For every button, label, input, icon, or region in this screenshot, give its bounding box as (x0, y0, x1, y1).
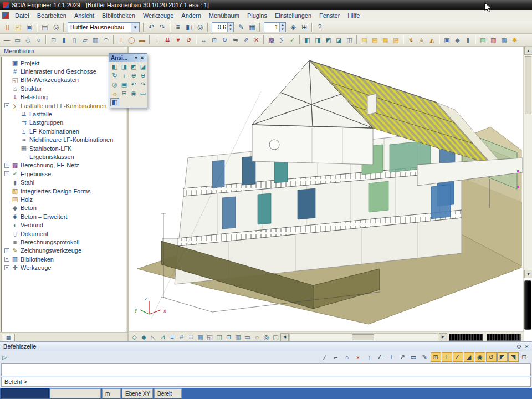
view-top-icon[interactable]: ◪ (139, 63, 147, 71)
print-preview-icon[interactable]: ◎ (50, 22, 62, 33)
labels-icon[interactable]: ≡ (167, 332, 177, 341)
sidebar-item-dokument[interactable]: ▯Dokument (3, 229, 126, 238)
view-front-icon[interactable]: ◨ (120, 63, 129, 71)
tree-expander-icon[interactable]: + (4, 265, 9, 270)
menu-tree-tab[interactable]: ▦ (2, 334, 15, 341)
open-project-icon[interactable]: ◰ (13, 22, 24, 33)
rotate-view-icon[interactable]: ↻ (110, 71, 119, 80)
mesh-icon[interactable]: ▩ (266, 35, 277, 45)
tree-expander-icon[interactable]: + (4, 163, 9, 168)
surface-load-icon[interactable]: ▼ (173, 35, 183, 45)
zoom-out-icon[interactable]: ⊖ (139, 71, 147, 80)
sidebar-item-holz[interactable]: ▤Holz (3, 195, 126, 203)
menu-einstellungen[interactable]: Einstellungen (271, 11, 315, 21)
palette-close-icon[interactable] (139, 55, 145, 61)
target-icon[interactable]: ◎ (262, 332, 271, 341)
clipboard-icon[interactable]: ⊞ (299, 22, 310, 33)
table-icon[interactable]: ▦ (380, 35, 391, 45)
rigid-arm-icon[interactable]: ▬ (137, 35, 147, 45)
sidebar-item-werkzeuge[interactable]: +✚Werkzeuge (3, 263, 126, 272)
clip-icon[interactable]: ⊟ (224, 332, 233, 341)
sidebar-item-nichtlineare-lf-kombinationen[interactable]: ≈Nichtlineare LF-Kombinationen (3, 136, 126, 144)
calculation-icon[interactable]: ∑ (277, 35, 287, 45)
lights-icon[interactable]: ☼ (252, 332, 262, 341)
scroll-left-icon[interactable] (280, 333, 289, 341)
view-x-icon[interactable]: ◧ (302, 35, 313, 45)
tree-expander-icon[interactable]: + (4, 257, 9, 262)
rotate-snap-icon[interactable]: ↺ (486, 352, 497, 362)
sidebar-item-berechnungsprotokoll[interactable]: ≡Berechnungsprotokoll (3, 238, 126, 246)
shaded-mode-icon[interactable]: ◆ (139, 332, 149, 341)
profile-icon[interactable]: ▮ (463, 35, 473, 45)
project-select[interactable]: Buttler Hausneubau (68, 22, 140, 32)
wall-icon[interactable]: ▥ (90, 35, 101, 45)
palette-title-bar[interactable]: Ansi... (109, 54, 147, 62)
snap-box-icon[interactable]: ▭ (408, 352, 419, 362)
material-icon[interactable]: ◆ (452, 35, 463, 45)
circle-icon[interactable]: ○ (33, 35, 44, 45)
undo-icon[interactable]: ↶ (146, 22, 157, 33)
report-icon[interactable]: ▤ (478, 35, 488, 45)
scale-value[interactable]: 0.6 (212, 23, 227, 32)
view-depth-bar[interactable] (524, 280, 531, 330)
shell-icon[interactable]: ◠ (101, 35, 111, 45)
plate-icon[interactable]: ▱ (80, 35, 90, 45)
view-axo-icon[interactable]: ◧ (110, 63, 119, 71)
sidebar-item-lastfaelle[interactable]: ⇊Lastfälle (3, 110, 126, 118)
snap-circle-icon[interactable]: ○ (342, 352, 352, 362)
view-side-icon[interactable]: ◩ (129, 63, 138, 71)
error-list-icon[interactable]: ▥ (488, 35, 499, 45)
menu-werkzeuge[interactable]: Werkzeuge (139, 11, 177, 21)
snap-nearest-icon[interactable]: ↗ (397, 352, 408, 362)
copy-icon[interactable]: ⊞ (209, 35, 219, 45)
member-icon[interactable]: ▮ (59, 35, 69, 45)
count-value[interactable]: 1 (264, 23, 279, 32)
sidebar-item-bim-werkzeugkasten[interactable]: ◱BIM-Werkzeugkasten (3, 76, 126, 84)
sidebar-item-lastfaelle-und-lf-kombinationen[interactable]: −∑Lastfälle und LF-Kombinationen (3, 101, 126, 110)
document-window-icon[interactable] (2, 12, 9, 19)
zoom-all-icon[interactable]: ▣ (120, 80, 129, 89)
render-mode-icon[interactable]: ◫ (344, 35, 355, 45)
menu-bibliotheken[interactable]: Bibliotheken (98, 11, 139, 21)
cross-section-icon[interactable]: ◭ (427, 35, 437, 45)
perp-snap-icon[interactable]: ⊥ (442, 352, 452, 362)
animation-ruler-1[interactable] (449, 334, 483, 341)
node-icon[interactable]: ⊡ (48, 35, 59, 45)
combo-dropdown-icon[interactable] (131, 23, 139, 32)
snap-settings-icon[interactable]: ⊡ (519, 352, 530, 362)
menu-datei[interactable]: Datei (11, 11, 33, 21)
zoom-in-icon[interactable]: ⊕ (129, 71, 138, 80)
sidebar-item-stahl[interactable]: ▮Stahl (3, 178, 126, 186)
scale-spinner[interactable]: 0.6 (212, 22, 234, 32)
support-icon[interactable]: ⊥ (116, 35, 126, 45)
extend-snap-icon[interactable]: ◤ (497, 352, 508, 362)
sidebar-item-berechnung-fe-netz[interactable]: +▩Berechnung, FE-Netz (3, 161, 126, 170)
line-icon[interactable]: — (2, 35, 12, 45)
frame-icon[interactable]: ▭ (243, 332, 252, 341)
line-load-icon[interactable]: ⇊ (162, 35, 173, 45)
count-spinner[interactable]: 1 (264, 22, 286, 32)
scale-spinner-buttons[interactable] (227, 23, 233, 32)
grid-snap-icon[interactable]: ⊞ (431, 352, 441, 362)
tree-expander-icon[interactable]: + (4, 171, 9, 176)
sidebar-item-zeichnungswerkzeuge[interactable]: +✎Zeichnungswerkzeuge (3, 247, 126, 255)
view-axo-icon[interactable]: ◪ (334, 35, 344, 45)
tree-expander-icon[interactable]: + (4, 248, 9, 253)
sidebar-item-struktur[interactable]: ⌂Struktur (3, 84, 126, 93)
pin-icon[interactable] (517, 345, 521, 349)
sidebar-item-ergebnisse[interactable]: +✓Ergebnisse (3, 170, 126, 178)
wireframe-icon[interactable]: ▭ (139, 89, 147, 98)
sidebar-item-stahlbeton-lfk[interactable]: ▦Stahlbeton-LFK (3, 144, 126, 152)
menu-bearbeiten[interactable]: Bearbeiten (33, 11, 70, 21)
angle-snap-icon[interactable]: ∠ (453, 352, 463, 362)
grid-view-icon[interactable]: ▦ (499, 35, 509, 45)
check-icon[interactable]: ✓ (287, 35, 298, 45)
point-load-icon[interactable]: ↓ (152, 35, 162, 45)
previous-view-icon[interactable]: ↶ (129, 80, 138, 89)
shaded-view-icon[interactable]: ◧ (110, 98, 119, 106)
scroll-up-icon[interactable] (524, 47, 532, 55)
sidebar-item-lastgruppen[interactable]: ⇉Lastgruppen (3, 119, 126, 127)
hinge-icon[interactable]: ◯ (126, 35, 137, 45)
palette-menu-icon[interactable] (133, 55, 139, 60)
menu-aendern[interactable]: Ändern (177, 11, 204, 21)
